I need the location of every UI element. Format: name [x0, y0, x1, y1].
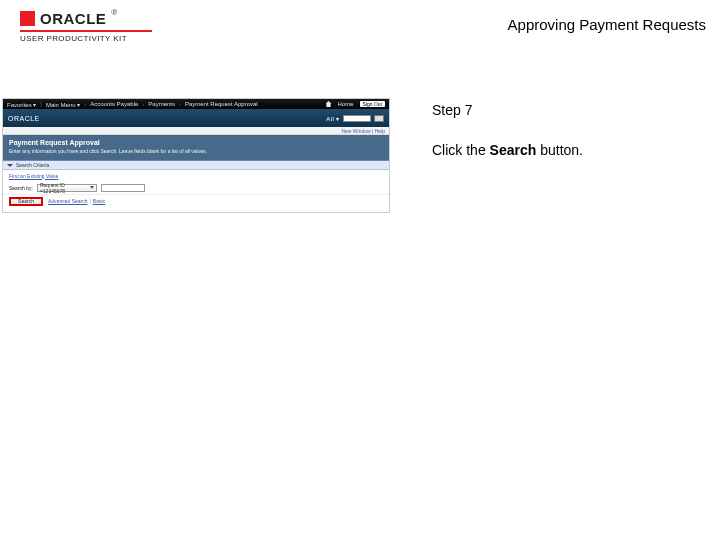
search-panel-header[interactable]: Search Criteria [3, 160, 389, 170]
basic-search-link[interactable]: Basic [93, 198, 105, 204]
search-mode-links: Advanced Search|Basic [48, 198, 105, 204]
search-value-input[interactable] [101, 184, 145, 192]
step-number: Step 7 [432, 102, 720, 118]
nav-breadcrumb: Favorites ▾ | Main Menu ▾ › Accounts Pay… [7, 101, 258, 108]
nav-item-main-menu[interactable]: Main Menu ▾ [46, 101, 80, 108]
collapse-icon [7, 164, 13, 167]
instruction-prefix: Click the [432, 142, 490, 158]
page-subtitle: Enter any information you have and click… [9, 148, 383, 154]
instruction-column: Step 7 Click the Search button. [390, 98, 720, 182]
document-title: Approving Payment Requests [508, 16, 706, 33]
search-actions: Search Advanced Search|Basic [3, 194, 389, 207]
logo-trademark: ® [111, 8, 117, 17]
quicksearch-scope[interactable]: All ▾ [326, 115, 340, 122]
advanced-search-link[interactable]: Advanced Search [48, 198, 87, 204]
logo-underline [20, 30, 152, 32]
app-brand-word: ORACLE [8, 115, 40, 122]
search-button[interactable]: Search [9, 197, 43, 206]
app-page-header: Payment Request Approval Enter any infor… [3, 135, 389, 160]
nav-item-ap[interactable]: Accounts Payable [90, 101, 138, 107]
logo-square-icon [20, 11, 35, 26]
nav-item-payments[interactable]: Payments [148, 101, 175, 107]
chevron-down-icon [90, 186, 94, 189]
home-icon[interactable] [326, 101, 332, 107]
nav-item-pra[interactable]: Payment Request Approval [185, 101, 258, 107]
find-existing-value-link[interactable]: Find an Existing Value [9, 173, 58, 179]
search-by-select[interactable]: Request ID =12345678 [37, 184, 97, 192]
instruction-bold: Search [490, 142, 537, 158]
instruction-suffix: button. [536, 142, 583, 158]
page-header: ORACLE ® USER PRODUCTIVITY KIT Approving… [0, 0, 720, 55]
search-by-label: Search by: [9, 185, 33, 191]
brand-block: ORACLE ® USER PRODUCTIVITY KIT [20, 10, 152, 43]
content-row: Favorites ▾ | Main Menu ▾ › Accounts Pay… [0, 98, 720, 213]
search-by-row: Search by: Request ID =12345678 [3, 181, 389, 194]
search-panel-title: Search Criteria [16, 162, 49, 168]
embedded-app-screenshot: Favorites ▾ | Main Menu ▾ › Accounts Pay… [2, 98, 390, 213]
search-panel: Search Criteria Find an Existing Value S… [3, 160, 389, 207]
app-subheader-links[interactable]: New Window | Help [3, 127, 389, 135]
logo-word: ORACLE [40, 10, 106, 27]
quicksearch-go-button[interactable] [374, 115, 384, 122]
app-brand-bar: ORACLE All ▾ [3, 109, 389, 127]
step-instruction: Click the Search button. [432, 142, 720, 158]
search-by-select-value: Request ID =12345678 [40, 182, 90, 194]
page-title: Payment Request Approval [9, 139, 383, 146]
sign-out-button[interactable]: Sign Out [360, 101, 385, 107]
home-link[interactable]: Home [338, 101, 354, 107]
nav-item-favorites[interactable]: Favorites ▾ [7, 101, 36, 108]
logo-subtitle: USER PRODUCTIVITY KIT [20, 34, 127, 43]
app-top-nav: Favorites ▾ | Main Menu ▾ › Accounts Pay… [3, 99, 389, 109]
oracle-logo: ORACLE ® [20, 10, 117, 27]
quicksearch-input[interactable] [343, 115, 371, 122]
